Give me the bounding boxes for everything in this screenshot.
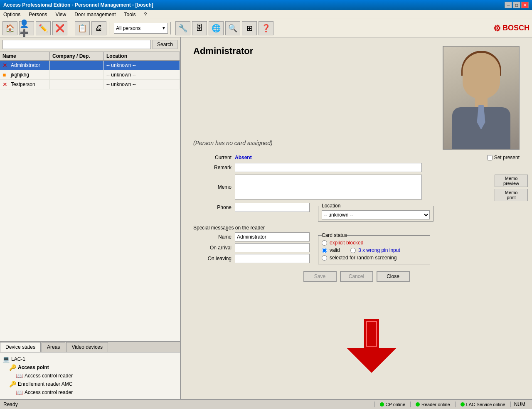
- current-value: Absent: [235, 155, 252, 160]
- radio-random-screening: selected for random screening: [322, 255, 426, 261]
- on-leaving-input[interactable]: [235, 254, 310, 263]
- minimize-button[interactable]: ─: [505, 2, 512, 8]
- list-item[interactable]: ✕ Testperson -- unknown --: [0, 80, 180, 89]
- list-item[interactable]: ■ jkghjkhg -- unknown --: [0, 70, 180, 80]
- tree-item-access-reader-2[interactable]: 📖 Access control reader: [2, 388, 177, 397]
- on-arrival-input[interactable]: [235, 243, 310, 252]
- remark-label: Remark: [193, 165, 235, 170]
- menu-help[interactable]: ?: [143, 11, 149, 18]
- phone-location-row: Phone Location -- unknown --: [193, 203, 520, 222]
- device-tree: 💻 LAC-1 🔑 Access point 📖 Access control …: [0, 352, 180, 399]
- person-list: ✕ Administrator -- unknown -- ■ jkghjkhg…: [0, 61, 180, 341]
- bosch-logo-icon: ⚙: [493, 23, 501, 33]
- search-button[interactable]: Search: [153, 40, 177, 49]
- cancel-button[interactable]: Cancel: [340, 271, 373, 282]
- status-reader-online: Reader online: [410, 402, 455, 407]
- name-input[interactable]: [235, 232, 310, 241]
- memo-textarea[interactable]: [235, 175, 422, 200]
- separator-3: [170, 22, 173, 34]
- tree-item-enrollment-reader[interactable]: 🔑 Enrollement reader AMC: [2, 380, 177, 388]
- set-present-label: Set present: [494, 155, 520, 160]
- radio-wrong-pin-label: 3 x wrong pin input: [358, 247, 400, 253]
- arrow-annotation: [347, 319, 397, 374]
- toolbar-copy-btn[interactable]: 📋: [75, 21, 90, 35]
- menu-door-management[interactable]: Door management: [73, 11, 117, 18]
- tab-device-states[interactable]: Device states: [0, 342, 41, 352]
- col-name: Name: [0, 52, 50, 60]
- photo-placeholder: [443, 47, 519, 149]
- on-arrival-label: On arrival: [193, 245, 235, 251]
- memo-label: Memo: [193, 184, 235, 190]
- persons-filter-dropdown[interactable]: All persons ▼: [114, 23, 168, 34]
- memo-print-button[interactable]: Memoprint: [495, 189, 528, 201]
- status-cp-online: CP online: [374, 402, 411, 407]
- col-company: Company / Dep.: [50, 52, 104, 60]
- remark-row: Remark: [193, 163, 520, 172]
- toolbar-search-btn[interactable]: 🔍: [225, 21, 240, 35]
- person-location-cell: -- unknown --: [104, 70, 180, 79]
- toolbar-help-btn[interactable]: ❓: [259, 21, 273, 35]
- name-label: Name: [193, 234, 235, 240]
- memo-section: Memo Memopreview Memoprint: [193, 175, 520, 200]
- toolbar-db-btn[interactable]: 🗄: [192, 21, 207, 35]
- special-messages-label: Special messages on the reader: [193, 225, 520, 231]
- person-location-cell: -- unknown --: [104, 61, 180, 70]
- radio-valid-input[interactable]: [322, 248, 327, 253]
- location-fieldset: Location -- unknown --: [318, 203, 433, 222]
- menu-tools[interactable]: Tools: [123, 11, 138, 18]
- phone-input[interactable]: [235, 203, 310, 212]
- search-input[interactable]: [2, 40, 151, 49]
- maximize-button[interactable]: □: [513, 2, 520, 8]
- main-layout: Search Name Company / Dep. Location ✕ Ad…: [0, 37, 532, 399]
- toolbar-edit-btn[interactable]: ✏️: [36, 21, 51, 35]
- set-present-checkbox[interactable]: [487, 155, 493, 160]
- tab-areas[interactable]: Areas: [42, 342, 65, 352]
- location-legend: Location: [322, 203, 340, 209]
- num-lock-indicator: NUM: [510, 402, 529, 407]
- cp-online-dot: [380, 402, 384, 407]
- memo-row: Memo: [193, 175, 520, 200]
- location-select[interactable]: -- unknown --: [322, 210, 430, 219]
- reader-online-dot: [416, 402, 420, 407]
- name-cardstatus-row: Name On arrival On leaving Card status e…: [193, 232, 520, 264]
- remark-input[interactable]: [235, 163, 422, 172]
- toolbar-print-btn[interactable]: 🖨: [91, 21, 106, 35]
- toolbar-add-person-btn[interactable]: 👤➕: [19, 21, 34, 35]
- list-item[interactable]: ✕ Administrator -- unknown --: [0, 61, 180, 70]
- toolbar-delete-btn[interactable]: ❌: [52, 21, 67, 35]
- person-icon: ■: [2, 71, 9, 78]
- tree-item-access-point[interactable]: 🔑 Access point: [2, 363, 177, 372]
- arrow-svg: [347, 319, 397, 373]
- radio-random-screening-label: selected for random screening: [330, 255, 397, 261]
- toolbar-wrench-btn[interactable]: 🔧: [175, 21, 190, 35]
- separator-1: [70, 22, 72, 34]
- person-list-header: Name Company / Dep. Location: [0, 52, 180, 61]
- toolbar-network-btn[interactable]: 🌐: [209, 21, 224, 35]
- tree-enroll-icon: 🔑: [9, 381, 16, 387]
- close-button[interactable]: ✕: [521, 2, 529, 8]
- bottom-panel: Device states Areas Video devices 💻 LAC-…: [0, 341, 180, 399]
- radio-explicit-blocked-input[interactable]: [322, 240, 327, 246]
- card-status-legend: Card status: [322, 232, 347, 238]
- tree-item-lac: 💻 LAC-1: [2, 355, 177, 363]
- close-button[interactable]: Close: [377, 271, 410, 282]
- person-name-cell: ■ jkghjkhg: [0, 70, 50, 79]
- tree-item-access-reader-1[interactable]: 📖 Access control reader: [2, 372, 177, 380]
- menu-persons[interactable]: Persons: [27, 11, 49, 18]
- menu-options[interactable]: Options: [2, 11, 22, 18]
- person-company-cell: [50, 70, 104, 79]
- person-location-cell: -- unknown --: [104, 80, 180, 89]
- radio-explicit-blocked-label: explicit blocked: [330, 240, 363, 246]
- toolbar-home-btn[interactable]: 🏠: [2, 21, 17, 35]
- memo-preview-button[interactable]: Memopreview: [495, 175, 528, 187]
- save-button[interactable]: Save: [303, 271, 337, 282]
- radio-wrong-pin-input[interactable]: [350, 248, 356, 253]
- radio-random-screening-input[interactable]: [322, 255, 327, 261]
- toolbar-split-btn[interactable]: ⊞: [242, 21, 257, 35]
- menu-view[interactable]: View: [54, 11, 68, 18]
- person-company-cell: [50, 80, 104, 89]
- tab-video-devices[interactable]: Video devices: [66, 342, 108, 352]
- name-row: Name: [193, 232, 310, 241]
- radio-valid-label: valid: [330, 247, 340, 253]
- special-fields: Name On arrival On leaving: [193, 232, 310, 263]
